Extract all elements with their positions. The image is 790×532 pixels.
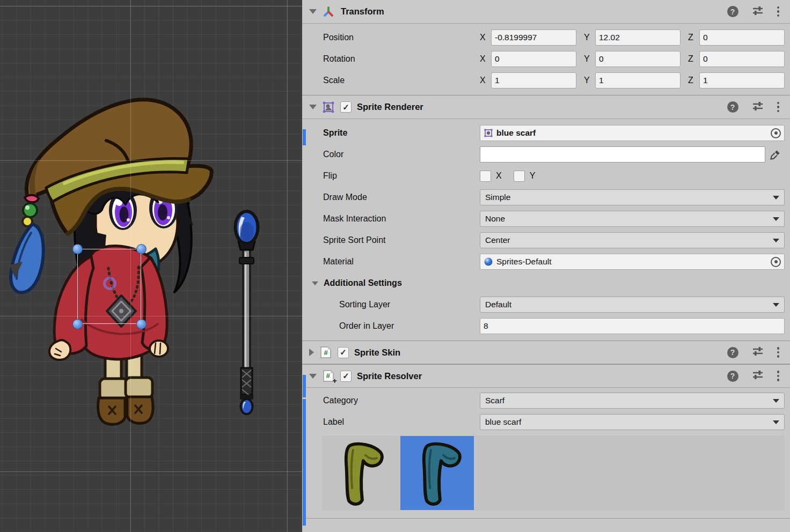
selection-handle-top-right[interactable] bbox=[136, 244, 147, 254]
presets-icon[interactable] bbox=[752, 101, 764, 114]
color-row: Color bbox=[302, 146, 790, 162]
dropdown-arrow-icon bbox=[773, 399, 779, 403]
rotation-row: Rotation X0 Y0 Z0 bbox=[302, 51, 790, 67]
sprite-skin-header[interactable]: # ✓ Sprite Skin ? bbox=[302, 341, 790, 364]
category-dropdown[interactable]: Scarf bbox=[480, 393, 785, 409]
sorting-layer-row: Sorting Layer Default bbox=[302, 297, 790, 313]
axis-label: X bbox=[480, 54, 491, 64]
sprite-renderer-header[interactable]: ✓ Sprite Renderer ? bbox=[302, 95, 790, 119]
field-label[interactable]: Label bbox=[302, 417, 480, 427]
scene-view[interactable] bbox=[0, 0, 302, 532]
sprite-sort-point-dropdown[interactable]: Center bbox=[480, 232, 785, 248]
field-label[interactable]: Rotation bbox=[302, 54, 480, 64]
presets-icon[interactable] bbox=[752, 5, 764, 18]
rotation-x-field[interactable]: 0 bbox=[491, 51, 576, 67]
flip-row: Flip X Y bbox=[302, 168, 790, 184]
override-bar-resolver-header bbox=[303, 375, 306, 397]
object-picker-icon[interactable] bbox=[771, 128, 781, 138]
sprite-variant-blue-scarf-selected[interactable] bbox=[400, 436, 474, 510]
dropdown-arrow-icon bbox=[773, 196, 779, 200]
position-x-field[interactable]: -0.8199997 bbox=[491, 29, 576, 46]
material-object-name: Sprites-Default bbox=[496, 257, 552, 267]
component-enabled-checkbox[interactable]: ✓ bbox=[340, 101, 352, 113]
sprite-object-field[interactable]: blue scarf bbox=[480, 125, 785, 141]
eyedropper-icon[interactable] bbox=[765, 146, 785, 162]
field-label[interactable]: Sprite Sort Point bbox=[302, 235, 480, 245]
component-enabled-checkbox[interactable]: ✓ bbox=[340, 371, 352, 382]
rotation-z-field[interactable]: 0 bbox=[699, 51, 785, 67]
sorting-layer-dropdown[interactable]: Default bbox=[480, 297, 785, 313]
field-label[interactable]: Sprite bbox=[302, 128, 480, 138]
foldout-arrow-icon[interactable] bbox=[309, 9, 317, 14]
scale-y-field[interactable]: 1 bbox=[595, 72, 681, 88]
selection-handle-top-left[interactable] bbox=[72, 244, 83, 254]
field-label[interactable]: Position bbox=[302, 33, 480, 42]
sprite-skin-script-icon: # bbox=[319, 345, 333, 359]
sprite-resolver-body: Category Scarf Label blue scarf bbox=[302, 388, 790, 519]
presets-icon[interactable] bbox=[752, 346, 764, 359]
field-label[interactable]: Color bbox=[302, 150, 480, 159]
help-icon[interactable]: ? bbox=[727, 6, 738, 17]
help-icon[interactable]: ? bbox=[727, 371, 738, 382]
material-object-field[interactable]: Sprites-Default bbox=[480, 254, 785, 270]
grid-major-vertical bbox=[287, 0, 288, 532]
axis-label: Y bbox=[584, 76, 595, 85]
selection-handle-bottom-right[interactable] bbox=[136, 319, 147, 329]
staff-sprite[interactable] bbox=[236, 211, 258, 414]
flip-y-label: Y bbox=[530, 171, 536, 181]
axis-label: Z bbox=[688, 54, 699, 64]
field-label[interactable]: Material bbox=[302, 257, 480, 267]
sprite-variant-green-scarf[interactable] bbox=[323, 436, 396, 510]
color-swatch[interactable] bbox=[480, 146, 765, 162]
field-label[interactable]: Draw Mode bbox=[302, 193, 480, 202]
draw-mode-dropdown[interactable]: Simple bbox=[480, 189, 785, 205]
scene-sprites bbox=[0, 0, 302, 532]
sprite-sort-point-row: Sprite Sort Point Center bbox=[302, 232, 790, 248]
more-menu-icon[interactable] bbox=[777, 347, 780, 358]
field-label[interactable]: Mask Interaction bbox=[302, 214, 480, 224]
blue-scarf-thumbnail bbox=[406, 439, 469, 507]
axis-label: Z bbox=[688, 76, 699, 85]
label-dropdown[interactable]: blue scarf bbox=[480, 414, 785, 430]
transform-header[interactable]: Transform ? bbox=[302, 0, 790, 24]
axis-label: Y bbox=[584, 33, 595, 42]
inspector-bottom-divider bbox=[302, 511, 790, 519]
more-menu-icon[interactable] bbox=[777, 371, 780, 381]
sprite-resolver-header[interactable]: # + ✓ Sprite Resolver ? bbox=[302, 364, 790, 388]
scale-z-field[interactable]: 1 bbox=[699, 72, 785, 88]
position-y-field[interactable]: 12.02 bbox=[595, 29, 681, 46]
more-menu-icon[interactable] bbox=[777, 102, 780, 113]
dropdown-value: Simple bbox=[485, 193, 510, 202]
selection-handle-bottom-left[interactable] bbox=[72, 319, 83, 329]
field-label[interactable]: Flip bbox=[302, 171, 480, 181]
foldout-arrow-icon[interactable] bbox=[312, 281, 318, 285]
component-enabled-checkbox[interactable]: ✓ bbox=[338, 347, 349, 358]
mask-interaction-dropdown[interactable]: None bbox=[480, 211, 785, 227]
foldout-arrow-icon[interactable] bbox=[309, 105, 317, 109]
sprite-pivot-indicator[interactable] bbox=[103, 277, 116, 290]
scale-row: Scale X1 Y1 Z1 bbox=[302, 72, 790, 88]
flip-x-checkbox[interactable] bbox=[480, 171, 491, 182]
field-label[interactable]: Order in Layer bbox=[302, 321, 480, 331]
svg-text:#: # bbox=[324, 349, 328, 357]
additional-settings-foldout[interactable]: Additional Settings bbox=[302, 275, 790, 291]
grid-major-horizontal bbox=[0, 6, 302, 6]
rotation-y-field[interactable]: 0 bbox=[595, 51, 681, 67]
order-in-layer-field[interactable]: 8 bbox=[480, 318, 785, 334]
position-z-field[interactable]: 0 bbox=[699, 29, 785, 46]
field-label[interactable]: Scale bbox=[302, 76, 480, 85]
more-menu-icon[interactable] bbox=[777, 6, 780, 17]
foldout-arrow-icon[interactable] bbox=[309, 349, 314, 356]
flip-y-checkbox[interactable] bbox=[514, 171, 525, 182]
field-label[interactable]: Sorting Layer bbox=[302, 300, 480, 309]
foldout-arrow-icon[interactable] bbox=[309, 374, 317, 379]
field-label[interactable]: Category bbox=[302, 396, 480, 405]
flip-x-label: X bbox=[496, 171, 502, 181]
scale-x-field[interactable]: 1 bbox=[491, 72, 576, 88]
help-icon[interactable]: ? bbox=[727, 347, 738, 358]
dropdown-value: None bbox=[485, 214, 505, 224]
help-icon[interactable]: ? bbox=[727, 101, 738, 113]
dropdown-value: Default bbox=[485, 300, 511, 309]
object-picker-icon[interactable] bbox=[771, 257, 781, 267]
presets-icon[interactable] bbox=[752, 370, 764, 382]
